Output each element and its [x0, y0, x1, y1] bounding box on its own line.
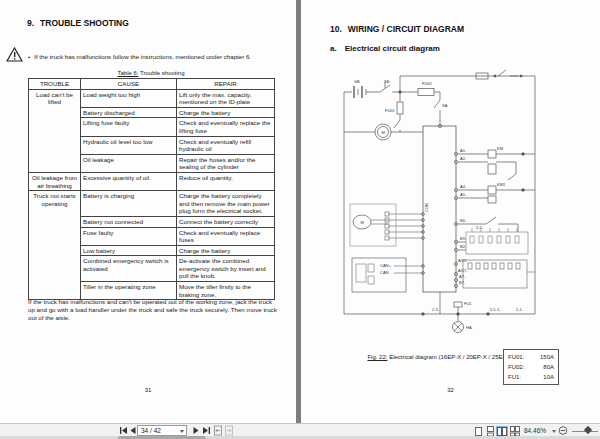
diagram-label: CAN+ — [380, 263, 391, 268]
diagram-label: B2- — [460, 244, 467, 249]
diagram-label: B9- — [460, 236, 467, 241]
two-page-view-button[interactable] — [496, 426, 508, 436]
tiller-head-box — [352, 258, 406, 292]
diagram-label: CON — [424, 203, 429, 212]
diagram-label: 2-3- — [432, 307, 440, 312]
diagram-label: A7- — [459, 274, 466, 279]
diagram-label: SB — [384, 79, 390, 84]
table-caption: Table 6: Trouble shooting — [28, 70, 274, 76]
fuse-legend-row: FU02: 80A — [508, 362, 554, 372]
repair-cell: Charge the battery completely and then r… — [177, 191, 275, 217]
page-number-left: 31 — [0, 387, 296, 393]
diagram-label: A4- — [460, 184, 467, 189]
continuous-view-button[interactable] — [484, 426, 496, 436]
zoom-slider-handle[interactable] — [584, 426, 592, 434]
cause-cell: Oil leakage — [81, 154, 177, 172]
cause-cell: Excessive quantity of oil. — [81, 172, 177, 190]
diagram-label: FU1 — [464, 301, 472, 306]
zoom-level-text: 84.46% — [524, 427, 546, 434]
first-page-button[interactable] — [118, 425, 128, 436]
diagram-label: B6- — [460, 218, 467, 223]
table-row: Load can't be liftedLoad weight too high… — [29, 89, 275, 107]
diagram-label: 2-2- — [476, 225, 484, 230]
fuse-value: 150A — [540, 352, 554, 362]
next-view-button[interactable] — [224, 425, 234, 436]
zoom-out-button[interactable] — [558, 425, 568, 436]
subheading-letter: a. — [330, 44, 337, 53]
document-page-right: 10.WIRING / CIRCUIT DIAGRAM a.Electrical… — [301, 0, 600, 423]
repair-cell: Connect the battery correctly — [177, 216, 275, 227]
fuse-legend-row: FU01: 150A — [508, 352, 554, 362]
fuse-label: FU01: — [508, 352, 524, 362]
repair-cell: Check and eventually replace fuses — [177, 227, 275, 245]
electrical-circuit-diagram: GBSBFU01FU02SAMCONA1-A2-KMA4-A5-KM1B6-2-… — [338, 62, 550, 358]
diagram-label: GB — [354, 79, 360, 84]
repair-cell: Reduce oil quantity. — [177, 172, 275, 190]
trouble-cell: Oil leakage from air breathing — [29, 172, 81, 190]
bullet: • — [28, 53, 30, 60]
diagram-label: A1- — [460, 148, 467, 153]
repair-cell: Lift only the max. capacity, mentioned o… — [177, 89, 275, 107]
trouble-cell: Truck not starts operating — [29, 191, 81, 300]
previous-view-button[interactable] — [213, 425, 223, 436]
heading-number: 10. — [330, 24, 342, 34]
diagram-label: FU02 — [422, 81, 433, 86]
fuse-value: 10A — [543, 372, 554, 382]
subheading: a.Electrical circuit diagram — [330, 44, 440, 53]
zoom-dropdown-caret-icon[interactable] — [552, 430, 556, 433]
page-title: 9.TROUBLE SHOOTING — [27, 18, 129, 28]
table-row: Oil leakage from air breathingExcessive … — [29, 172, 275, 190]
diagram-labels: GBSBFU01FU02SAMCONA1-A2-KMA4-A5-KM1B6-2-… — [354, 79, 524, 330]
warning-note: •If the truck has malfunctions follow th… — [28, 53, 286, 60]
table-caption-link[interactable]: Table 6: — [117, 70, 138, 76]
col-header-cause: CAUSE — [81, 79, 177, 90]
figure-caption-rest: Electrical diagram (16EP-X / 20EP-X / 25… — [387, 354, 514, 360]
circuit-wires — [344, 70, 535, 333]
figure-caption-link[interactable]: Fig. 22: — [367, 354, 387, 360]
contactor-coil — [488, 150, 496, 158]
repair-cell: Check and eventually replace the lifting… — [177, 118, 275, 136]
diagram-label: A5- — [460, 192, 467, 197]
diagram-label: 1-1- — [516, 307, 524, 312]
diagram-label: HA — [466, 325, 472, 330]
single-page-view-button[interactable] — [472, 426, 484, 436]
repair-cell: Charge the battery — [177, 107, 275, 118]
diagram-label: B7- — [459, 280, 466, 285]
repair-cell: Charge the battery — [177, 245, 275, 256]
page-indicator-text: 34 / 42 — [141, 427, 161, 434]
table-row: Truck not starts operatingBattery is cha… — [29, 191, 275, 217]
cause-cell: Battery not connected — [81, 216, 177, 227]
connector-block-2 — [463, 260, 527, 288]
col-header-repair: REPAIR — [177, 79, 275, 90]
two-page-continuous-view-button[interactable] — [509, 426, 521, 436]
pdf-viewer-window: 9.TROUBLE SHOOTING •If the truck has mal… — [0, 0, 600, 439]
diagram-label: A/15- — [458, 258, 468, 263]
diagram-label: A2- — [460, 156, 467, 161]
trouble-table-body: Load can't be liftedLoad weight too high… — [29, 89, 275, 300]
trouble-cell: Load can't be lifted — [29, 89, 81, 172]
diagram-label: CAN- — [380, 270, 390, 275]
subheading-text: Electrical circuit diagram — [345, 44, 440, 53]
repair-cell: Check and eventually refill hydraulic oi… — [177, 136, 275, 154]
fuse-legend-row: FU1: 10A — [508, 372, 554, 382]
cause-cell: Battery discharged — [81, 107, 177, 118]
diagram-label: KM — [497, 146, 503, 151]
warning-note-text: If the truck has malfunctions follow the… — [34, 53, 251, 60]
diagram-label: 5.5-1- — [490, 307, 501, 312]
cause-cell: Fuse faulty — [81, 227, 177, 245]
fuse-value: 80A — [543, 362, 554, 372]
fuse-fu01-symbol — [397, 102, 403, 114]
page-indicator-dropdown[interactable]: 34 / 42 — [137, 425, 187, 436]
next-page-button[interactable] — [191, 425, 201, 436]
cause-cell: Low battery — [81, 245, 177, 256]
table-header-row: TROUBLE CAUSE REPAIR — [29, 79, 275, 90]
col-header-trouble: TROUBLE — [29, 79, 81, 90]
trouble-shooting-table: TROUBLE CAUSE REPAIR Load can't be lifte… — [28, 78, 275, 300]
document-page-left: 9.TROUBLE SHOOTING •If the truck has mal… — [0, 0, 296, 423]
warning-triangle-icon — [6, 47, 23, 66]
heading-text: TROUBLE SHOOTING — [40, 18, 129, 28]
viewer-toolbar: 34 / 42 84.46% — [0, 423, 600, 436]
diagram-label: M — [361, 220, 364, 225]
last-page-button[interactable] — [201, 425, 211, 436]
heading-text: WIRING / CIRCUIT DIAGRAM — [348, 24, 464, 34]
